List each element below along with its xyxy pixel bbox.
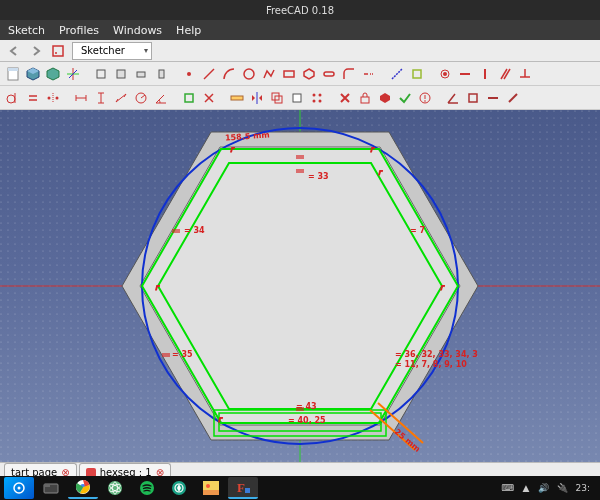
svg-rect-9 (137, 72, 145, 77)
os-taskbar: F ⌨ ▲ 🔊 🔌 23: (0, 476, 600, 500)
menu-sketch[interactable]: Sketch (8, 24, 45, 37)
misc3-button[interactable] (504, 89, 522, 107)
taskbar-shutter[interactable] (164, 477, 194, 499)
constraint-block-button[interactable] (356, 89, 374, 107)
misc2-button[interactable] (484, 89, 502, 107)
constraint-hdistance-button[interactable] (72, 89, 90, 107)
dim-33: = 33 (308, 172, 329, 181)
view-right-button[interactable] (152, 65, 170, 83)
view-top-button[interactable] (132, 65, 150, 83)
svg-point-53 (319, 99, 322, 102)
validate-button[interactable] (396, 89, 414, 107)
taskbar-chrome[interactable] (68, 477, 98, 499)
measure-button[interactable] (228, 89, 246, 107)
clone-button[interactable] (268, 89, 286, 107)
constraint-tangent-button[interactable] (4, 89, 22, 107)
sketch-polygon-button[interactable] (300, 65, 318, 83)
svg-rect-100 (203, 490, 219, 495)
constraint-coincident-button[interactable] (436, 65, 454, 83)
close-sketch-button[interactable] (200, 89, 218, 107)
tray-volume-icon[interactable]: 🔊 (538, 483, 549, 493)
menu-windows[interactable]: Windows (113, 24, 162, 37)
svg-rect-7 (97, 70, 105, 78)
svg-line-41 (116, 94, 126, 102)
tray-battery-icon[interactable]: 🔌 (557, 483, 568, 493)
sketch-arc-button[interactable] (220, 65, 238, 83)
angle-constraint-button[interactable] (444, 89, 462, 107)
sketch-trim-button[interactable] (360, 65, 378, 83)
svg-point-34 (56, 96, 59, 99)
constraint-vertical-button[interactable] (476, 65, 494, 83)
taskbar-launcher[interactable] (4, 477, 34, 499)
menu-profiles[interactable]: Profiles (59, 24, 99, 37)
svg-point-51 (319, 93, 322, 96)
sketch-circle-button[interactable] (240, 65, 258, 83)
sketch-line-button[interactable] (200, 65, 218, 83)
sketch-slot-button[interactable] (320, 65, 338, 83)
constraint-equal-button[interactable] (24, 89, 42, 107)
constraint-vdistance-button[interactable] (92, 89, 110, 107)
new-doc-button[interactable] (4, 65, 22, 83)
tray-network-icon[interactable]: ▲ (523, 483, 530, 493)
svg-point-57 (424, 100, 426, 102)
workbench-selector[interactable]: Sketcher (72, 42, 152, 60)
constraint-radius-button[interactable] (132, 89, 150, 107)
select-dof-button[interactable] (180, 89, 198, 107)
cube2-button[interactable] (44, 65, 62, 83)
workbench-row: Sketcher (0, 40, 600, 62)
constraint-parallel-button[interactable] (496, 65, 514, 83)
taskbar-freecad[interactable]: F (228, 477, 258, 499)
svg-rect-49 (293, 94, 301, 102)
window-titlebar: FreeCAD 0.18 (0, 0, 600, 20)
taskbar-files[interactable] (36, 477, 66, 499)
nav-forward-button[interactable] (28, 43, 44, 59)
sketch-polyline-button[interactable] (260, 65, 278, 83)
svg-line-18 (392, 69, 402, 79)
constraint-distance-button[interactable] (112, 89, 130, 107)
taskbar-spotify[interactable] (132, 477, 162, 499)
svg-line-43 (141, 95, 145, 98)
delete-constraint-button[interactable] (336, 89, 354, 107)
array-button[interactable] (308, 89, 326, 107)
taskbar-image[interactable] (196, 477, 226, 499)
taskbar-atom[interactable] (100, 477, 130, 499)
sketch-rect-button[interactable] (280, 65, 298, 83)
sketch-point-button[interactable] (180, 65, 198, 83)
constraint-angle-button[interactable] (152, 89, 170, 107)
svg-point-92 (108, 481, 122, 495)
view-front-button[interactable] (112, 65, 130, 83)
svg-point-33 (48, 96, 51, 99)
sketch-fillet-button[interactable] (340, 65, 358, 83)
constraint-symmetric-button[interactable] (44, 89, 62, 107)
svg-point-28 (7, 95, 15, 103)
misc1-button[interactable] (464, 89, 482, 107)
svg-rect-8 (117, 70, 125, 78)
svg-line-24 (501, 69, 507, 79)
toolbar-constraints (0, 86, 600, 110)
svg-rect-103 (245, 488, 250, 493)
dim-group2: = 11, 7, 8, 9, 10 (395, 360, 467, 369)
view-iso-button[interactable] (92, 65, 110, 83)
constraint-perpendicular-button[interactable] (516, 65, 534, 83)
svg-line-25 (504, 69, 510, 79)
tray-keyboard-icon[interactable]: ⌨ (502, 483, 515, 493)
copy-button[interactable] (288, 89, 306, 107)
geom-check-button[interactable] (416, 89, 434, 107)
hex-button[interactable] (376, 89, 394, 107)
svg-point-13 (244, 69, 254, 79)
tray-clock[interactable]: 23: (576, 483, 590, 493)
sketcher-icon[interactable] (50, 43, 66, 59)
menu-help[interactable]: Help (176, 24, 201, 37)
origin-button[interactable] (64, 65, 82, 83)
constraint-horizontal-button[interactable] (456, 65, 474, 83)
menubar: Sketch Profiles Windows Help (0, 20, 600, 40)
window-title: FreeCAD 0.18 (266, 5, 334, 16)
dim-35: = 35 (172, 350, 193, 359)
external-geom-button[interactable] (408, 65, 426, 83)
mirror-button[interactable] (248, 89, 266, 107)
svg-point-20 (443, 72, 447, 76)
part-button[interactable] (24, 65, 42, 83)
nav-back-button[interactable] (6, 43, 22, 59)
toggle-construction-button[interactable] (388, 65, 406, 83)
3d-viewport[interactable]: r r r r r r 158.5 mm = 33 = 34 = 35 = 7 … (0, 110, 600, 462)
